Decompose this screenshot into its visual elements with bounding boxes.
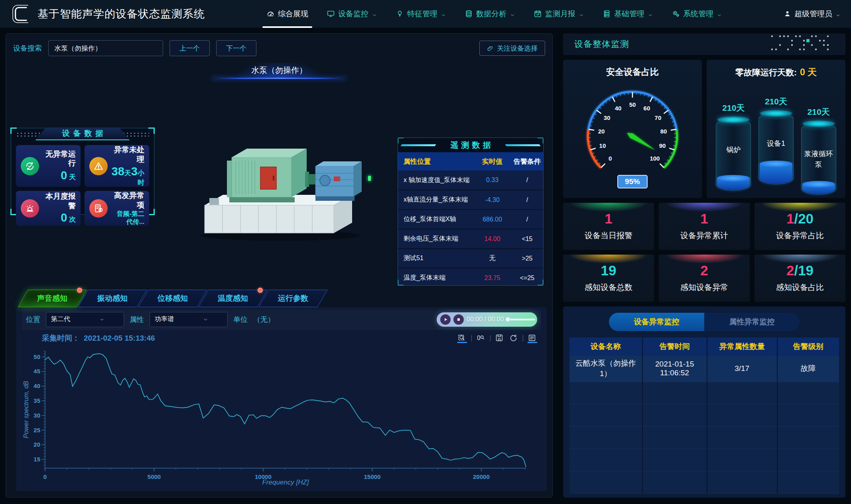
nav-item[interactable]: 综合展现 bbox=[266, 0, 308, 28]
svg-text:40: 40 bbox=[33, 382, 40, 389]
zoom-icon[interactable] bbox=[457, 333, 467, 343]
next-device-button[interactable]: 下一个 bbox=[216, 40, 256, 56]
stat-label: 感知设备总数 bbox=[585, 282, 632, 293]
sense-tab-label: 运行参数 bbox=[278, 293, 308, 304]
server-icon bbox=[603, 10, 611, 18]
sense-tab[interactable]: 声音感知 bbox=[18, 290, 87, 307]
nav-item[interactable]: 系统管理 bbox=[672, 0, 722, 28]
alarm-col-header: 告警级别 bbox=[777, 337, 839, 356]
sense-tab-inner: 位移感知 bbox=[144, 290, 202, 307]
overview-stat-card: 1设备当日报警 bbox=[563, 203, 654, 250]
overview-stats: 1设备当日报警1设备异常累计1/20设备异常占比19感知设备总数2感知设备异常2… bbox=[563, 203, 845, 302]
sense-tab-inner: 运行参数 bbox=[264, 290, 322, 307]
device-stat-label: 无异常运行 bbox=[42, 149, 76, 169]
svg-text:15000: 15000 bbox=[364, 473, 381, 480]
sense-tab[interactable]: 温度感知 bbox=[198, 290, 267, 307]
spectrum-chart[interactable]: 152025303540455005000100001500020000Freq… bbox=[22, 346, 541, 488]
overview-stat-card: 19感知设备总数 bbox=[563, 255, 654, 302]
nav-item[interactable]: 数据分析 bbox=[465, 0, 515, 28]
sense-tab[interactable]: 位移感知 bbox=[138, 290, 207, 307]
overview-stat-card: 2感知设备异常 bbox=[659, 255, 750, 302]
svg-text:50: 50 bbox=[33, 353, 40, 360]
overview-title: 设备整体监测 bbox=[574, 38, 629, 50]
attribute-select[interactable]: 功率谱 bbox=[150, 312, 228, 327]
restore-icon[interactable] bbox=[509, 333, 518, 343]
alarm-tab[interactable]: 设备异常监控 bbox=[609, 313, 704, 331]
svg-text:50: 50 bbox=[629, 101, 636, 108]
chevron-down-icon bbox=[835, 11, 841, 16]
user-menu[interactable]: 超级管理员 bbox=[784, 9, 841, 19]
zoom-reset-icon[interactable] bbox=[476, 333, 486, 343]
sense-tab[interactable]: 振动感知 bbox=[78, 290, 147, 307]
nav-item[interactable]: 设备监控 bbox=[327, 0, 377, 28]
table-row: 云酷水泵（勿操作1）2021-01-15 11:06:523/17故障 bbox=[569, 356, 839, 382]
nav-item-label: 数据分析 bbox=[476, 9, 506, 19]
chevron-down-icon bbox=[717, 11, 722, 17]
prev-device-button[interactable]: 上一个 bbox=[169, 40, 210, 56]
device-search-input[interactable] bbox=[48, 40, 163, 56]
nav-item[interactable]: 基础管理 bbox=[603, 0, 653, 28]
telemetry-condition: >25 bbox=[511, 249, 543, 268]
gears-icon bbox=[672, 10, 680, 18]
3d-viewer[interactable]: 水泵（勿操作） bbox=[6, 59, 552, 289]
alarm-cell-empty bbox=[707, 382, 777, 404]
table-row-empty bbox=[569, 404, 839, 427]
position-select[interactable]: 第二代 bbox=[46, 312, 124, 327]
alarm-table: 设备名称告警时间异常属性数量告警级别 云酷水泵（勿操作1）2021-01-15 … bbox=[569, 337, 839, 494]
top-nav: 基于智能声学的设备状态监测系统 综合展现设备监控特征管理数据分析监测月报基础管理… bbox=[0, 0, 851, 28]
pump-3d-model[interactable] bbox=[193, 106, 369, 246]
telemetry-value: 14.00 bbox=[473, 229, 511, 249]
stop-icon bbox=[455, 316, 462, 323]
overview-stat-card: 1/20设备异常占比 bbox=[754, 203, 845, 250]
stat-value: 2/19 bbox=[786, 263, 814, 277]
sense-tab-label: 温度感知 bbox=[218, 293, 248, 304]
table-row-empty bbox=[569, 382, 839, 404]
dashboard-icon bbox=[266, 10, 275, 18]
svg-text:60: 60 bbox=[644, 104, 650, 111]
stat-value: 1/20 bbox=[786, 212, 814, 226]
telemetry-col-header: 属性位置 bbox=[398, 152, 473, 171]
nav-item[interactable]: 特征管理 bbox=[396, 0, 446, 28]
svg-text:5000: 5000 bbox=[148, 473, 161, 480]
chevron-down-icon bbox=[372, 11, 377, 17]
device-stat-label: 高发异常项 bbox=[111, 191, 144, 210]
focus-device-select-button[interactable]: 关注设备选择 bbox=[479, 41, 545, 56]
capture-time-label: 采集时间： bbox=[42, 333, 80, 343]
alarm-tab[interactable]: 属性异常监控 bbox=[704, 313, 800, 331]
sense-tab[interactable]: 运行参数 bbox=[258, 290, 327, 307]
alarm-cell-empty bbox=[642, 449, 707, 471]
alarm-cell-empty bbox=[707, 404, 777, 427]
table-row-empty bbox=[569, 427, 839, 449]
device-cylinder: 210天浆液循环泵 bbox=[800, 106, 838, 195]
nav-item[interactable]: 监测月报 bbox=[534, 0, 584, 28]
save-image-icon[interactable] bbox=[495, 333, 504, 343]
telemetry-condition: <15 bbox=[511, 229, 543, 249]
stat-label: 设备当日报警 bbox=[585, 230, 632, 241]
toolbar-separator bbox=[523, 335, 523, 341]
alarm-col-header: 告警时间 bbox=[642, 337, 707, 356]
stat-value: 1 bbox=[605, 212, 612, 226]
telemetry-value: -4.30 bbox=[473, 190, 511, 210]
table-row: 测试51无>25 bbox=[398, 249, 543, 268]
stop-button[interactable] bbox=[453, 314, 464, 325]
table-row: x轴直流分量_泵体末端-4.30/ bbox=[398, 190, 543, 210]
seek-handle[interactable] bbox=[505, 317, 510, 322]
cylinder: 浆液循环泵 bbox=[801, 123, 836, 195]
play-button[interactable] bbox=[440, 314, 451, 325]
data-view-icon[interactable] bbox=[528, 333, 537, 343]
sense-tab-label: 声音感知 bbox=[37, 293, 67, 304]
svg-text:80: 80 bbox=[660, 127, 667, 134]
sense-tab-label: 位移感知 bbox=[158, 293, 188, 304]
device-data-panel: 设备数据 无异常运行0 天异常未处理38天3小时本月度报警0 次高发异常项音频-… bbox=[11, 128, 154, 215]
stat-label: 感知设备占比 bbox=[776, 282, 824, 293]
nav-item-label: 基础管理 bbox=[614, 9, 644, 19]
stat-label: 设备异常占比 bbox=[776, 230, 824, 241]
telemetry-attr-name: 温度_泵体末端 bbox=[398, 268, 473, 286]
attribute-label: 属性 bbox=[130, 315, 144, 324]
audio-player: 00:00 / 00:00 bbox=[437, 312, 537, 327]
sense-tab-inner: 声音感知 bbox=[23, 290, 81, 307]
status-indicator-light bbox=[368, 176, 371, 181]
alarm-cell-empty bbox=[777, 382, 839, 404]
seek-slider[interactable] bbox=[506, 319, 535, 320]
cylinder: 锅炉 bbox=[716, 119, 751, 191]
